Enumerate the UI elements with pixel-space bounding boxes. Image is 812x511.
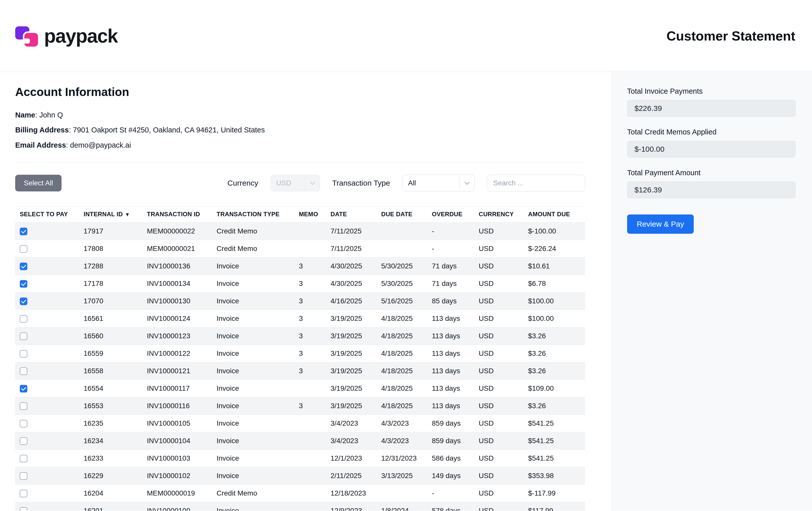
amount-due-cell: $-226.24 bbox=[523, 240, 585, 257]
table-toolbar: Select All Currency USD Transaction Type… bbox=[15, 175, 585, 191]
select-to-pay-cell bbox=[15, 257, 79, 275]
overdue-cell: 113 days bbox=[427, 380, 474, 397]
row-select-checkbox[interactable] bbox=[20, 263, 27, 270]
column-header-transaction-id[interactable]: TRANSACTION ID bbox=[142, 206, 211, 222]
row-select-checkbox[interactable] bbox=[20, 385, 27, 392]
row-select-checkbox[interactable] bbox=[20, 228, 27, 235]
select-to-pay-cell bbox=[15, 502, 79, 511]
internal-id-cell: 16553 bbox=[79, 397, 142, 415]
table-row: 16201 INV10000100 Invoice 12/9/2023 1/8/… bbox=[15, 502, 585, 511]
column-header-due-date[interactable]: DUE DATE bbox=[376, 206, 427, 222]
internal-id-cell: 16560 bbox=[79, 327, 142, 344]
transaction-type-select[interactable]: All bbox=[402, 175, 475, 191]
table-row: 16554 INV10000117 Invoice 3/19/2025 4/18… bbox=[15, 380, 585, 397]
row-select-checkbox[interactable] bbox=[20, 315, 27, 323]
total-invoice-payments-value: $226.39 bbox=[627, 100, 795, 117]
select-all-button[interactable]: Select All bbox=[15, 175, 62, 191]
internal-id-cell: 16561 bbox=[79, 310, 142, 327]
internal-id-cell: 16229 bbox=[79, 467, 142, 484]
memo-cell bbox=[294, 484, 325, 502]
main-panel: Account Information Name: John Q Billing… bbox=[0, 72, 612, 511]
due-date-cell: 4/18/2025 bbox=[376, 362, 427, 380]
row-select-checkbox[interactable] bbox=[20, 280, 27, 288]
due-date-cell: 4/3/2023 bbox=[376, 432, 427, 449]
table-row: 17288 INV10000136 Invoice 3 4/30/2025 5/… bbox=[15, 257, 585, 275]
transaction-type-cell: Invoice bbox=[211, 310, 294, 327]
due-date-cell: 4/18/2025 bbox=[376, 344, 427, 362]
total-credit-memos-value: $-100.00 bbox=[627, 141, 795, 157]
internal-id-header-label: INTERNAL ID bbox=[84, 211, 123, 217]
row-select-checkbox[interactable] bbox=[20, 455, 27, 462]
row-select-checkbox[interactable] bbox=[20, 298, 27, 305]
date-cell: 4/16/2025 bbox=[325, 292, 376, 310]
row-select-checkbox[interactable] bbox=[20, 507, 27, 511]
table-row: 16235 INV10000105 Invoice 3/4/2023 4/3/2… bbox=[15, 415, 585, 432]
column-header-amount-due[interactable]: AMOUNT DUE bbox=[523, 206, 585, 222]
transaction-id-cell: INV10000124 bbox=[142, 310, 211, 327]
chevron-down-icon bbox=[305, 181, 320, 185]
currency-cell: USD bbox=[474, 449, 523, 467]
overdue-cell: - bbox=[427, 484, 474, 502]
overdue-cell: 113 days bbox=[427, 344, 474, 362]
row-select-checkbox[interactable] bbox=[20, 437, 27, 445]
total-invoice-payments-label: Total Invoice Payments bbox=[627, 87, 795, 95]
amount-due-cell: $100.00 bbox=[523, 292, 585, 310]
date-cell: 4/30/2025 bbox=[325, 275, 376, 292]
billing-address-value: 7901 Oakport St #4250, Oakland, CA 94621… bbox=[73, 126, 265, 134]
date-cell: 3/4/2023 bbox=[325, 415, 376, 432]
transaction-id-cell: INV10000102 bbox=[142, 467, 211, 484]
due-date-cell bbox=[376, 484, 427, 502]
amount-due-cell: $3.26 bbox=[523, 362, 585, 380]
row-select-checkbox[interactable] bbox=[20, 472, 27, 480]
row-select-checkbox[interactable] bbox=[20, 490, 27, 497]
transaction-type-cell: Invoice bbox=[211, 344, 294, 362]
row-select-checkbox[interactable] bbox=[20, 420, 27, 427]
column-header-overdue[interactable]: OVERDUE bbox=[427, 206, 474, 222]
date-cell: 3/19/2025 bbox=[325, 310, 376, 327]
select-to-pay-cell bbox=[15, 275, 79, 292]
select-to-pay-cell bbox=[15, 240, 79, 257]
transaction-type-cell: Invoice bbox=[211, 380, 294, 397]
select-to-pay-cell bbox=[15, 467, 79, 484]
currency-cell: USD bbox=[474, 415, 523, 432]
overdue-cell: 113 days bbox=[427, 327, 474, 344]
date-cell: 12/18/2023 bbox=[325, 484, 376, 502]
column-header-memo[interactable]: MEMO bbox=[294, 206, 325, 222]
column-header-internal-id[interactable]: INTERNAL ID▼ bbox=[79, 206, 142, 222]
due-date-cell: 4/18/2025 bbox=[376, 380, 427, 397]
column-header-date[interactable]: DATE bbox=[325, 206, 376, 222]
overdue-cell: 149 days bbox=[427, 467, 474, 484]
transaction-type-cell: Invoice bbox=[211, 467, 294, 484]
internal-id-cell: 16234 bbox=[79, 432, 142, 449]
currency-cell: USD bbox=[474, 432, 523, 449]
row-select-checkbox[interactable] bbox=[20, 350, 27, 358]
table-row: 16559 INV10000122 Invoice 3 3/19/2025 4/… bbox=[15, 344, 585, 362]
row-select-checkbox[interactable] bbox=[20, 332, 27, 340]
review-and-pay-button[interactable]: Review & Pay bbox=[627, 214, 694, 234]
select-to-pay-cell bbox=[15, 222, 79, 240]
transaction-type-cell: Invoice bbox=[211, 415, 294, 432]
amount-due-cell: $541.25 bbox=[523, 415, 585, 432]
currency-select[interactable]: USD bbox=[270, 175, 320, 191]
search-input[interactable] bbox=[487, 175, 585, 191]
row-select-checkbox[interactable] bbox=[20, 402, 27, 410]
amount-due-cell: $541.25 bbox=[523, 449, 585, 467]
row-select-checkbox[interactable] bbox=[20, 245, 27, 253]
due-date-cell: 1/8/2024 bbox=[376, 502, 427, 511]
logo-notch bbox=[24, 38, 30, 43]
transaction-id-cell: INV10000123 bbox=[142, 327, 211, 344]
overdue-cell: 71 days bbox=[427, 275, 474, 292]
due-date-cell: 5/16/2025 bbox=[376, 292, 427, 310]
column-header-select-to-pay[interactable]: SELECT TO PAY bbox=[15, 206, 79, 222]
overdue-cell: 113 days bbox=[427, 362, 474, 380]
amount-due-cell: $541.25 bbox=[523, 432, 585, 449]
row-select-checkbox[interactable] bbox=[20, 367, 27, 375]
column-header-currency[interactable]: CURRENCY bbox=[474, 206, 523, 222]
column-header-transaction-type[interactable]: TRANSACTION TYPE bbox=[211, 206, 294, 222]
memo-cell bbox=[294, 380, 325, 397]
transaction-id-cell: MEM00000022 bbox=[142, 222, 211, 240]
due-date-cell: 5/30/2025 bbox=[376, 257, 427, 275]
select-to-pay-cell bbox=[15, 432, 79, 449]
due-date-cell: 4/18/2025 bbox=[376, 310, 427, 327]
internal-id-cell: 16233 bbox=[79, 449, 142, 467]
